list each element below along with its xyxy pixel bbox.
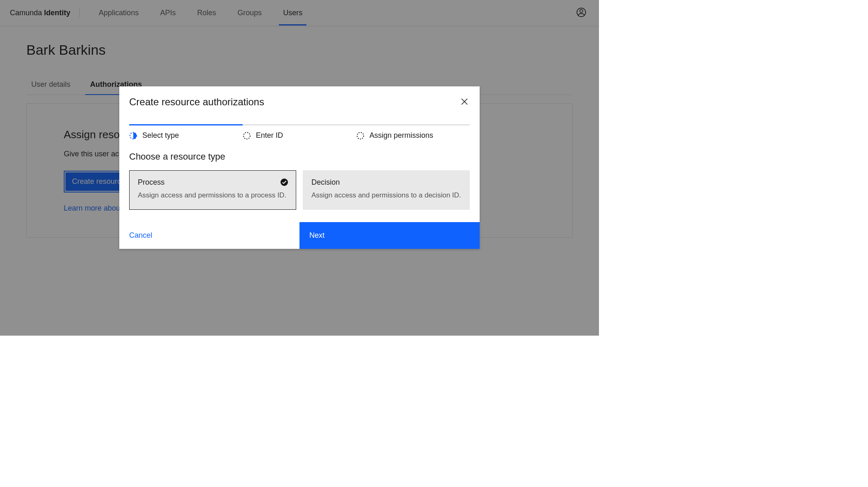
resource-type-tiles: Process Assign access and permissions to…	[129, 170, 470, 210]
svg-point-6	[357, 132, 364, 139]
svg-point-7	[281, 179, 288, 186]
wizard-steps: Select type Enter ID Assign permissions	[119, 125, 480, 140]
tile-process[interactable]: Process Assign access and permissions to…	[129, 170, 296, 210]
svg-point-5	[244, 132, 250, 139]
tile-title: Process	[138, 178, 288, 187]
tile-title: Decision	[311, 178, 461, 187]
modal-body: Choose a resource type Process Assign ac…	[119, 140, 480, 222]
modal-title: Create resource authorizations	[129, 96, 459, 108]
step-assign-permissions: Assign permissions	[356, 131, 470, 140]
create-authorization-modal: Create resource authorizations Select ty…	[119, 86, 480, 249]
step-pending-icon	[243, 132, 251, 140]
step-current-icon	[129, 132, 137, 140]
modal-header: Create resource authorizations	[119, 86, 480, 113]
modal-footer: Cancel Next	[119, 222, 480, 249]
cancel-button[interactable]: Cancel	[119, 222, 299, 249]
progress-bar-fill	[129, 124, 243, 125]
step-label: Enter ID	[256, 131, 283, 140]
tile-decision[interactable]: Decision Assign access and permissions t…	[303, 170, 470, 210]
tile-description: Assign access and permissions to a proce…	[138, 191, 288, 200]
next-button[interactable]: Next	[299, 222, 480, 249]
tile-description: Assign access and permissions to a decis…	[311, 191, 461, 200]
step-pending-icon	[356, 132, 364, 140]
close-icon[interactable]	[459, 96, 470, 109]
step-select-type: Select type	[129, 131, 243, 140]
modal-subheading: Choose a resource type	[129, 151, 470, 162]
step-label: Select type	[142, 131, 179, 140]
progress-bar	[129, 124, 470, 125]
step-label: Assign permissions	[369, 131, 433, 140]
checkmark-icon	[280, 178, 288, 188]
step-enter-id: Enter ID	[243, 131, 356, 140]
